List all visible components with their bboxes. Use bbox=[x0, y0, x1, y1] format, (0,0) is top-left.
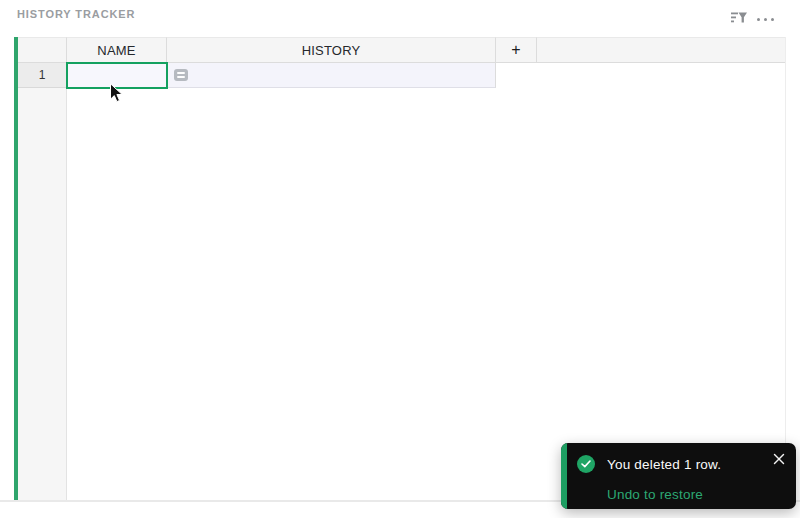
toast-notification: You deleted 1 row. Undo to restore bbox=[561, 443, 796, 509]
filter-button[interactable] bbox=[728, 9, 750, 29]
add-column-button[interactable]: + bbox=[496, 37, 537, 63]
undo-link[interactable]: Undo to restore bbox=[607, 487, 703, 502]
close-icon bbox=[773, 451, 785, 469]
page-title: HISTORY TRACKER bbox=[17, 8, 135, 20]
header-spacer-cell bbox=[537, 37, 786, 63]
table-left-accent-bar bbox=[14, 37, 18, 500]
toast-message: You deleted 1 row. bbox=[607, 457, 721, 472]
toast-accent-strip bbox=[561, 443, 567, 509]
column-header-history[interactable]: HISTORY bbox=[167, 37, 496, 63]
column-header-name[interactable]: NAME bbox=[67, 37, 167, 63]
row-number-header-cell bbox=[18, 37, 67, 63]
row-number-cell[interactable]: 1 bbox=[18, 63, 67, 88]
expand-record-icon[interactable] bbox=[174, 69, 188, 81]
mouse-cursor-icon bbox=[109, 83, 124, 108]
row-number-column bbox=[18, 63, 67, 500]
more-icon bbox=[757, 18, 774, 21]
history-cell[interactable] bbox=[167, 63, 496, 88]
more-menu-button[interactable] bbox=[754, 9, 776, 29]
table-right-border bbox=[785, 37, 786, 500]
check-icon bbox=[577, 455, 595, 473]
close-button[interactable] bbox=[771, 452, 787, 468]
filter-icon bbox=[730, 9, 748, 29]
